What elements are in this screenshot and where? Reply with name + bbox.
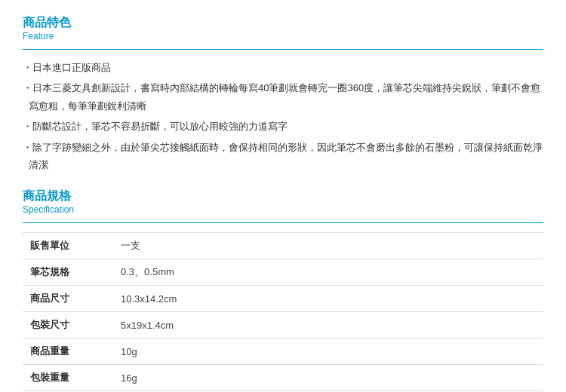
spec-label: 筆芯規格 — [23, 259, 113, 286]
spec-title-en: Specification — [23, 204, 543, 215]
spec-value: 16g — [113, 365, 543, 391]
spec-value: 10g — [113, 338, 543, 365]
spec-label: 商品重量 — [23, 338, 113, 365]
list-item: 除了字跡變細之外，由於筆尖芯接觸紙面時，會保持相同的形狀，因此筆芯不會磨出多餘的… — [23, 139, 543, 174]
spec-label: 販售單位 — [23, 233, 113, 259]
list-item: 日本三菱文具創新設計，書寫時內部結構的轉輪每寫40筆劃就會轉完一圈360度，讓筆… — [23, 79, 543, 115]
spec-label: 包裝重量 — [23, 365, 113, 391]
table-row: 包裝尺寸5x19x1.4cm — [23, 312, 543, 338]
table-row: 商品重量10g — [23, 338, 543, 365]
spec-section: 商品規格 Specification 販售單位一支筆芯規格0.3、0.5mm商品… — [23, 188, 543, 392]
spec-divider — [23, 222, 543, 223]
spec-value: 5x19x1.4cm — [113, 312, 543, 338]
page-container: 商品特色 Feature 日本進口正版商品 日本三菱文具創新設計，書寫時內部結構… — [0, 0, 566, 392]
table-row: 商品尺寸10.3x14.2cm — [23, 286, 543, 312]
list-item: 防斷芯設計，筆芯不容易折斷，可以放心用較強的力道寫字 — [23, 118, 543, 135]
feature-section: 商品特色 Feature 日本進口正版商品 日本三菱文具創新設計，書寫時內部結構… — [23, 15, 543, 173]
feature-title-zh: 商品特色 — [23, 15, 543, 31]
feature-list: 日本進口正版商品 日本三菱文具創新設計，書寫時內部結構的轉輪每寫40筆劃就會轉完… — [23, 59, 543, 173]
table-row: 筆芯規格0.3、0.5mm — [23, 259, 543, 286]
table-row: 包裝重量16g — [23, 365, 543, 391]
spec-table: 販售單位一支筆芯規格0.3、0.5mm商品尺寸10.3x14.2cm包裝尺寸5x… — [23, 232, 543, 392]
list-item: 日本進口正版商品 — [23, 59, 543, 76]
spec-value: 10.3x14.2cm — [113, 286, 543, 312]
spec-header: 商品規格 Specification — [23, 188, 543, 215]
spec-label: 商品尺寸 — [23, 286, 113, 312]
spec-label: 包裝尺寸 — [23, 312, 113, 338]
feature-header: 商品特色 Feature — [23, 15, 543, 41]
feature-title-en: Feature — [23, 31, 543, 41]
spec-value: 0.3、0.5mm — [113, 259, 543, 286]
spec-value: 一支 — [113, 233, 543, 259]
table-row: 販售單位一支 — [23, 233, 543, 259]
feature-divider — [23, 49, 543, 50]
spec-title-zh: 商品規格 — [23, 188, 543, 204]
